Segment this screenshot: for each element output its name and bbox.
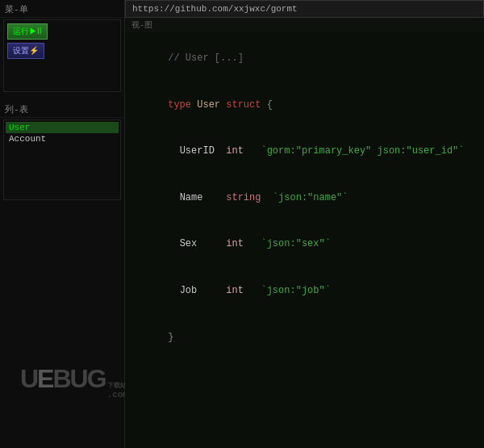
view-label: 视-图 — [125, 18, 484, 32]
field-job: Job — [180, 285, 198, 296]
settings-button[interactable]: 设置⚡ — [7, 43, 44, 59]
list-item-account[interactable]: Account — [6, 133, 119, 144]
list-item-user[interactable]: User — [6, 122, 119, 133]
comment-span: // User [...] — [168, 52, 244, 64]
code-editor: // User [...] type User struct { UserID … — [133, 36, 476, 361]
keyword-type: type — [168, 99, 191, 111]
code-line-2: type User struct { — [133, 82, 476, 129]
code-line-3: UserID int `gorm:"primary_key" json:"use… — [133, 128, 476, 175]
watermark: UEBUG 下载站 .com — [20, 364, 128, 400]
tag-primary: `gorm:"primary_key" json:"user_id"` — [261, 145, 464, 157]
close-brace: } — [168, 332, 173, 343]
tag-sex: `json:"sex"` — [261, 238, 330, 249]
keyword-struct: struct — [226, 99, 261, 111]
struct-name: User — [197, 99, 220, 111]
tag-name: `json:"name"` — [273, 192, 348, 203]
tag-job: `json:"job"` — [261, 285, 330, 296]
menu-section: 运行▶II 设置⚡ — [3, 19, 121, 92]
code-line-7: } — [133, 314, 476, 361]
field-sex: Sex — [180, 238, 198, 249]
menu-label: 菜-单 — [0, 0, 124, 18]
field-name: Name — [180, 192, 203, 203]
code-line-6: Job int `json:"job"` — [133, 268, 476, 315]
code-line-5: Sex int `json:"sex"` — [133, 221, 476, 268]
run-button[interactable]: 运行▶II — [7, 23, 48, 40]
code-panel: 视-图 // User [...] type User struct { Use… — [125, 18, 484, 448]
type-int-2: int — [226, 238, 244, 249]
type-int-3: int — [226, 285, 244, 296]
code-line-4: Name string `json:"name"` — [133, 175, 476, 222]
type-string: string — [226, 192, 261, 203]
list-section: User Account — [3, 119, 121, 200]
type-int-1: int — [226, 145, 244, 157]
url-text: https://github.com/xxjwxc/gormt — [132, 4, 298, 14]
list-label: 列-表 — [0, 100, 124, 118]
code-line-1: // User [...] — [133, 36, 476, 82]
field-userid: UserID — [180, 145, 215, 157]
left-panel: 菜-单 运行▶II 设置⚡ 列-表 User Account UEBUG 下载站… — [0, 0, 125, 448]
watermark-ue: UEBUG — [20, 364, 106, 394]
url-bar[interactable]: https://github.com/xxjwxc/gormt — [125, 0, 484, 18]
open-brace: { — [261, 99, 272, 111]
